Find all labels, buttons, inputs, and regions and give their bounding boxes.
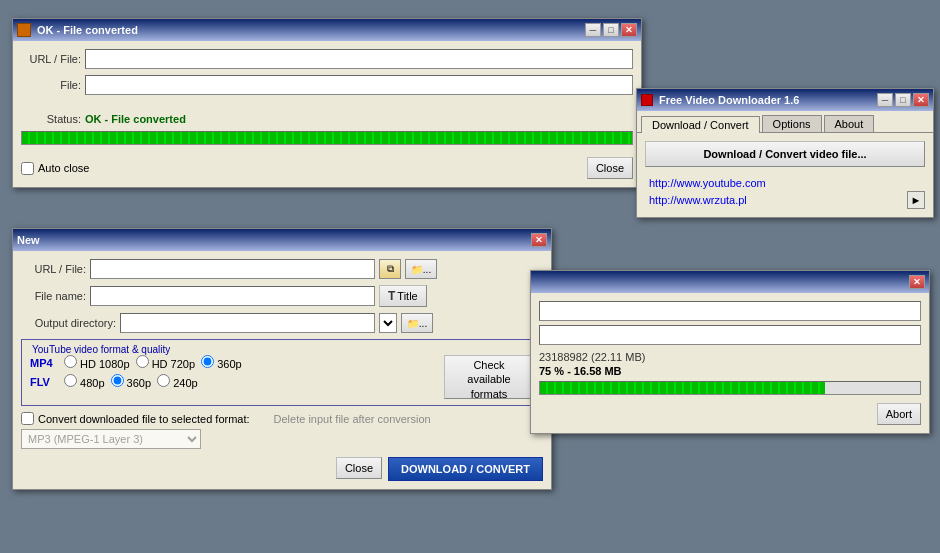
url-input[interactable]: E:\Projects_TD\Free Video Downloader\1.6…: [85, 49, 633, 69]
maximize-btn[interactable]: □: [603, 23, 619, 37]
close-button[interactable]: Close: [587, 157, 633, 179]
copy-icon-btn[interactable]: ⧉: [379, 259, 401, 279]
convert-checkbox[interactable]: [21, 412, 34, 425]
download-convert-main-btn[interactable]: Download / Convert video file...: [645, 141, 925, 167]
convert-section: Convert downloaded file to selected form…: [21, 412, 543, 449]
file-converted-window: OK - File converted ─ □ ✕ URL / File: E:…: [12, 18, 642, 188]
format-legend: YouTube video format & quality: [30, 344, 534, 355]
file-converted-body: URL / File: E:\Projects_TD\Free Video Do…: [13, 41, 641, 187]
outputdir-input[interactable]: E:\Projects_TD\Free Video Downloader\1.6: [120, 313, 375, 333]
tab-about[interactable]: About: [824, 115, 875, 132]
progress-url-input[interactable]: http://www.youtube.com/watch?v=XpKnjDlGT…: [539, 301, 921, 321]
progress-close-btn[interactable]: ✕: [909, 275, 925, 289]
file-label: File:: [21, 79, 81, 91]
auto-close-checkbox[interactable]: [21, 162, 34, 175]
flv-240p-label: 240p: [157, 374, 198, 389]
fvd-title: Free Video Downloader 1.6: [659, 94, 799, 106]
new-window-controls: ✕: [531, 233, 547, 247]
auto-close-label: Auto close: [38, 162, 89, 174]
convert-label: Convert downloaded file to selected form…: [38, 413, 250, 425]
file-row: File: E:\Projects_TD\Free Video Download…: [21, 75, 633, 95]
check-formats-button[interactable]: Check available formats: [444, 355, 534, 399]
fvd-app-icon: [641, 94, 653, 106]
status-value: OK - File converted: [85, 113, 186, 125]
new-url-row: URL / File: http://www.youtube.com/watch…: [21, 259, 543, 279]
new-close-button[interactable]: Close: [336, 457, 382, 479]
download-convert-button[interactable]: DOWNLOAD / CONVERT: [388, 457, 543, 481]
fvd-controls: ─ □ ✕: [877, 93, 929, 107]
download-progress-bar: [539, 381, 921, 395]
browse-icon-btn[interactable]: 📁...: [405, 259, 437, 279]
outputdir-row: Output directory: E:\Projects_TD\Free Vi…: [21, 313, 543, 333]
status-label: Status:: [21, 113, 81, 125]
bottom-buttons: Close DOWNLOAD / CONVERT: [21, 457, 543, 481]
flv-360p-text: 360p: [127, 377, 151, 389]
flv-360p-radio[interactable]: [111, 374, 124, 387]
file-converted-titlebar: OK - File converted ─ □ ✕: [13, 19, 641, 41]
arrow-icon-btn[interactable]: ►: [907, 191, 925, 209]
fvd-titlebar: Free Video Downloader 1.6 ─ □ ✕: [637, 89, 933, 111]
title-icon: T: [388, 289, 395, 303]
file-input[interactable]: E:\Projects_TD\Free Video Downloader\1.6…: [85, 75, 633, 95]
window-controls: ─ □ ✕: [585, 23, 637, 37]
fvd-tabs: Download / Convert Options About: [637, 111, 933, 133]
progress-titlebar: ✕: [531, 271, 929, 293]
flv-240p-text: 240p: [173, 377, 197, 389]
download-progress-window: ✕ http://www.youtube.com/watch?v=XpKnjDl…: [530, 270, 930, 434]
new-window: New ✕ URL / File: http://www.youtube.com…: [12, 228, 552, 490]
link-youtube[interactable]: http://www.youtube.com: [645, 175, 925, 191]
fvd-close-btn[interactable]: ✕: [913, 93, 929, 107]
mp4-360p-radio[interactable]: [201, 355, 214, 368]
outputdir-dropdown[interactable]: ▼: [379, 313, 397, 333]
app-icon: [17, 23, 31, 37]
convert-row: Convert downloaded file to selected form…: [21, 412, 543, 425]
flv-240p-radio[interactable]: [157, 374, 170, 387]
flv-480p-text: 480p: [80, 377, 104, 389]
fvd-minimize-btn[interactable]: ─: [877, 93, 893, 107]
download-progress-fill: [540, 382, 825, 394]
new-window-body: URL / File: http://www.youtube.com/watch…: [13, 251, 551, 489]
progress-bar: [21, 131, 633, 145]
mp4-hd1080-text: HD 1080p: [80, 358, 130, 370]
mp4-hd720-radio[interactable]: [136, 355, 149, 368]
filename-row: File name: YouTube - Niemen - Strange is…: [21, 285, 543, 307]
minimize-btn[interactable]: ─: [585, 23, 601, 37]
progress-fill: [22, 132, 632, 144]
fvd-maximize-btn[interactable]: □: [895, 93, 911, 107]
flv-480p-label: 480p: [64, 374, 105, 389]
flv-360p-label: 360p: [111, 374, 152, 389]
mp4-label: MP4: [30, 357, 58, 369]
format-group: YouTube video format & quality MP4 HD 10…: [21, 339, 543, 406]
mp4-hd1080-label: HD 1080p: [64, 355, 130, 370]
progress-text: 75 % - 16.58 MB: [539, 365, 921, 377]
auto-close-row: Auto close: [21, 162, 89, 175]
abort-button[interactable]: Abort: [877, 403, 921, 425]
new-title: New: [17, 234, 40, 246]
tab-options[interactable]: Options: [762, 115, 822, 132]
free-video-downloader-window: Free Video Downloader 1.6 ─ □ ✕ Download…: [636, 88, 934, 218]
mp4-360p-label: 360p: [201, 355, 242, 370]
flv-row: FLV 480p 360p 240p: [30, 374, 436, 389]
abort-row: Abort: [539, 403, 921, 425]
mp4-hd1080-radio[interactable]: [64, 355, 77, 368]
url-label: URL / File:: [21, 53, 81, 65]
file-converted-title: OK - File converted: [37, 24, 138, 36]
close-win-btn[interactable]: ✕: [621, 23, 637, 37]
mp4-hd720-label: HD 720p: [136, 355, 195, 370]
tab-download-convert[interactable]: Download / Convert: [641, 116, 760, 133]
filename-label: File name:: [21, 290, 86, 302]
new-url-label: URL / File:: [21, 263, 86, 275]
progress-file-input[interactable]: E:\Projects_TD\Free Video Downloader\1.6…: [539, 325, 921, 345]
mp4-hd720-text: HD 720p: [152, 358, 195, 370]
filename-input[interactable]: YouTube - Niemen - Strange is this world: [90, 286, 375, 306]
new-url-input[interactable]: http://www.youtube.com/watch?v=XpKnjDlGT…: [90, 259, 375, 279]
mp4-360p-text: 360p: [217, 358, 241, 370]
outputdir-label: Output directory:: [21, 317, 116, 329]
outputdir-browse-btn[interactable]: 📁...: [401, 313, 433, 333]
format-select[interactable]: MP3 (MPEG-1 Layer 3): [21, 429, 201, 449]
flv-480p-radio[interactable]: [64, 374, 77, 387]
mp4-row: MP4 HD 1080p HD 720p 360p: [30, 355, 436, 370]
link-wrzuta[interactable]: http://www.wrzuta.pl: [645, 192, 751, 208]
new-close-win-btn[interactable]: ✕: [531, 233, 547, 247]
title-button[interactable]: T Title: [379, 285, 427, 307]
